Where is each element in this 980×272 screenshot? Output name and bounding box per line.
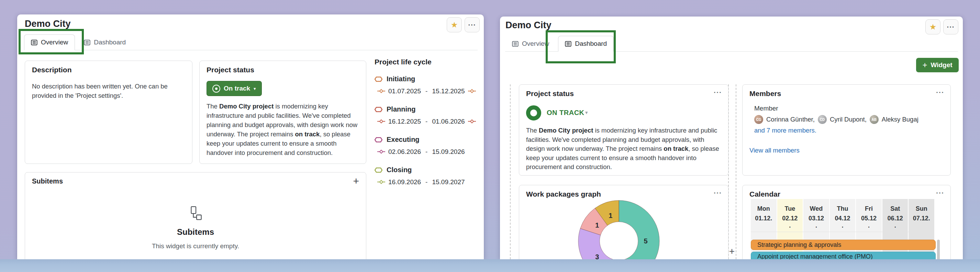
day-dot: .	[830, 223, 856, 228]
phase-gate-icon	[375, 167, 382, 173]
day-name: Thu	[830, 204, 856, 213]
card-title: Calendar	[749, 190, 780, 198]
phase-name: Closing	[387, 166, 412, 174]
phase-start-date: 16.12.2025	[388, 118, 421, 125]
card-title: Project status	[526, 90, 574, 98]
day-name: Sun	[908, 204, 934, 213]
tab-label: Dashboard	[94, 38, 126, 46]
status-text: The	[207, 102, 219, 110]
lifecycle-phase: Executing 02.06.2026 - 15.09.2026	[375, 136, 481, 156]
tab-dashboard[interactable]: Dashboard	[77, 34, 133, 50]
day-name: Mon	[751, 204, 776, 213]
grid-icon	[84, 39, 91, 46]
subitems-icon	[188, 205, 204, 221]
tab-bar: Overview Dashboard	[505, 36, 958, 52]
status-text-bold: Demo City project	[539, 127, 593, 134]
view-all-members-link[interactable]: View all members	[749, 147, 800, 154]
lifecycle-section: Project life cycle Initiating 01.07.2025…	[375, 58, 481, 196]
day-name: Wed	[803, 204, 829, 213]
tab-label: Overview	[522, 40, 549, 48]
lifecycle-phase: Initiating 01.07.2025 - 15.12.2025	[375, 75, 481, 95]
calendar-week-grid: Mon01.12. Tue02.12. Wed03.12. Thu04.12. …	[751, 199, 934, 259]
status-circle-icon	[212, 85, 220, 93]
add-widget-label: Widget	[931, 61, 952, 69]
donut-segment[interactable]	[619, 200, 659, 259]
card-title: Members	[749, 90, 781, 98]
card-menu-button[interactable]: ···	[936, 189, 944, 197]
tab-overview[interactable]: Overview	[505, 36, 556, 52]
window-actions: ★ ···	[925, 19, 958, 34]
member-avatar[interactable]: CD	[818, 115, 827, 124]
phase-end-date: 15.12.2025	[432, 88, 465, 95]
plus-icon: +	[922, 60, 927, 70]
member-name[interactable]: Aleksy Bugaj	[882, 116, 918, 123]
day-date: 06.12	[882, 213, 908, 223]
more-actions-button[interactable]: ···	[465, 17, 480, 32]
member-avatar[interactable]: AB	[870, 115, 879, 124]
member-name[interactable]: Corinna Günther,	[766, 116, 815, 123]
event-label: Strategic planning & approvals	[757, 242, 841, 249]
work-packages-graph-card: Work packages graph ··· 5311	[519, 185, 729, 259]
subitems-card: Subitems + Subitems This widget is curre…	[25, 172, 366, 259]
tab-bar: Overview Dashboard	[24, 34, 477, 50]
tab-overview[interactable]: Overview	[24, 34, 75, 50]
add-widget-button[interactable]: + Widget	[916, 58, 959, 72]
window-actions: ★ ···	[447, 17, 480, 32]
caret-down-icon: ▾	[585, 109, 588, 116]
card-title: Project status	[207, 66, 254, 74]
more-actions-button[interactable]: ···	[943, 19, 958, 34]
page-title: Demo City	[25, 19, 71, 29]
phase-end-date: 15.09.2027	[432, 178, 465, 186]
member-avatar[interactable]: CG	[754, 115, 763, 124]
lifecycle-phase: Closing 16.09.2026 - 15.09.2027	[375, 166, 481, 186]
favorite-button[interactable]: ★	[925, 19, 940, 34]
bottom-background-band	[0, 259, 980, 272]
star-icon: ★	[929, 23, 937, 31]
day-name: Fri	[856, 204, 882, 213]
calendar-event-bar[interactable]: Appoint project management office (PMO)	[751, 252, 935, 259]
status-text: The	[526, 127, 539, 134]
calendar-day-header: Fri05.12.	[856, 199, 882, 259]
phase-end-date: 01.06.2026	[432, 118, 465, 125]
member-name[interactable]: Cyril Dupont,	[830, 116, 867, 123]
empty-state-text: This widget is currently empty.	[25, 242, 366, 250]
grid-guide-line	[736, 84, 737, 259]
lifecycle-phase: Planning 16.12.2025 - 01.06.2026	[375, 106, 481, 125]
more-members-link[interactable]: and 7 more members.	[754, 127, 816, 134]
calendar-scrollbar[interactable]	[937, 240, 940, 259]
phase-start-date: 01.07.2025	[388, 88, 421, 95]
description-card: Description No description has been writ…	[25, 61, 192, 164]
card-menu-button[interactable]: ···	[714, 189, 722, 197]
add-subitem-button[interactable]: +	[353, 175, 359, 187]
status-description: The Demo City project is modernizing key…	[526, 126, 721, 172]
card-menu-button[interactable]: ···	[714, 88, 722, 96]
date-separator: -	[424, 178, 429, 186]
grid-guide-line	[510, 84, 511, 259]
phase-name: Initiating	[387, 75, 415, 83]
status-label[interactable]: ON TRACK	[547, 109, 584, 117]
favorite-button[interactable]: ★	[447, 17, 462, 32]
card-menu-button[interactable]: ···	[936, 88, 944, 96]
card-title: Subitems	[32, 177, 63, 185]
calendar-day-header: Mon01.12.	[751, 199, 776, 259]
tab-dashboard[interactable]: Dashboard	[558, 36, 614, 52]
tab-label: Dashboard	[575, 40, 607, 48]
members-row: CG Corinna Günther, CD Cyril Dupont, AB …	[754, 115, 918, 124]
day-dot: .	[777, 223, 803, 228]
empty-state: Subitems This widget is currently empty.	[25, 205, 366, 250]
day-dot: .	[803, 223, 829, 228]
phase-start-date: 02.06.2026	[388, 148, 421, 156]
card-title: Work packages graph	[526, 190, 601, 198]
description-text: No description has been written yet. One…	[32, 82, 185, 100]
ellipsis-icon: ···	[947, 23, 955, 30]
calendar-event-bar[interactable]: Strategic planning & approvals	[751, 240, 935, 250]
add-widget-gutter-button[interactable]: +	[726, 245, 738, 258]
phase-start-date: 16.09.2026	[388, 178, 421, 186]
status-dropdown-button[interactable]: On track ▾	[207, 81, 262, 96]
donut-segment-label: 5	[644, 237, 648, 245]
date-separator: -	[424, 118, 429, 125]
donut-segment-label: 3	[595, 253, 599, 259]
project-status-card: Project status ··· ON TRACK ▾ The Demo C…	[519, 84, 729, 176]
calendar-day-header: Tue02.12.	[777, 199, 803, 259]
day-date: 07.12.	[908, 213, 934, 223]
